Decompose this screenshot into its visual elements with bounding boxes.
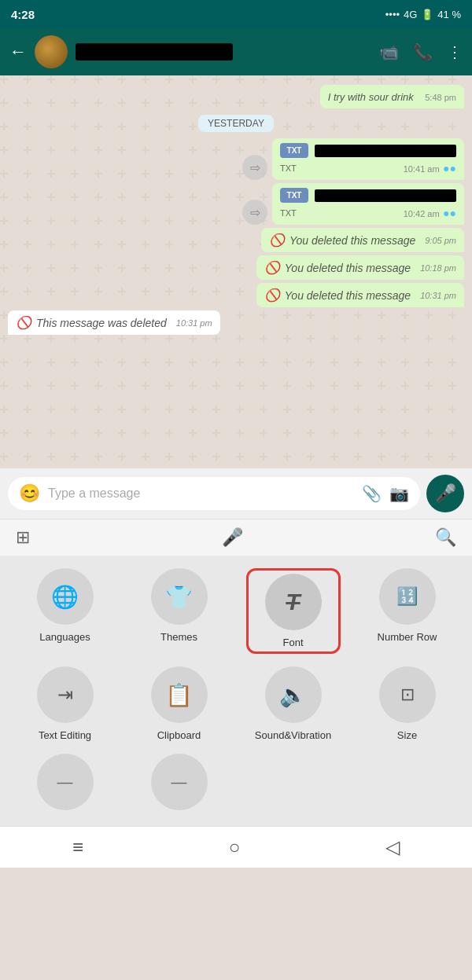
bubble-file1: TXT TXT 10:41 am ●● [272,138,464,180]
keyboard-toolbar: ⊞ 🎤 🔍 [0,519,472,556]
themes-label: Themes [160,631,197,643]
text-editing-label: Text Editing [39,729,91,741]
bubble-deleted3: 🚫 You deleted this message 10:31 pm [256,283,464,307]
mic-icon: 🎤 [435,483,456,504]
grid-item-clipboard[interactable]: 📋 Clipboard [132,666,227,741]
deleted-msg-recv: 🚫 This message was deleted 10:31 pm [16,315,212,330]
grid-item-themes[interactable]: 👕 Themes [132,568,227,654]
file-attachment-1: TXT [280,143,456,158]
bubble-deleted1: 🚫 You deleted this message 9:05 pm [261,228,464,252]
bubble-file2: TXT TXT 10:42 am ●● [272,183,464,225]
themes-icon: 👕 [165,584,193,610]
contact-name [76,43,233,61]
msg-time-2: 10:42 am [404,209,440,218]
file-name-bar-1 [315,145,456,157]
font-icon-circle: T [265,574,322,630]
chat-area: I try with sour drink 5:48 pm YESTERDAY … [0,75,472,468]
input-placeholder[interactable]: Type a message [48,486,354,501]
partial-item-spacer1 [246,754,341,810]
number-row-icon: 🔢 [396,586,418,607]
status-icons: •••• 4G 🔋 41 % [385,9,461,20]
keyboard-grid-icon[interactable]: ⊞ [16,527,30,548]
partial-item-b[interactable]: — [132,754,227,810]
message-input-box[interactable]: 😊 Type a message 📎 📷 [8,477,420,510]
text-editing-icon-circle: ⇥ [37,666,94,723]
languages-icon-circle: 🌐 [37,568,94,625]
keyboard-search-icon[interactable]: 🔍 [435,527,456,548]
deleted-msg-2: 🚫 You deleted this message 10:18 pm [264,260,456,275]
languages-label: Languages [39,631,90,643]
camera-icon[interactable]: 📷 [389,484,409,503]
keyboard-grid-row1: 🌐 Languages 👕 Themes T Font 🔢 Number Row [8,568,464,654]
menu-icon[interactable]: ⋮ [447,42,463,61]
size-label: Size [397,729,417,741]
partial-icon-a: — [37,754,94,810]
nav-home-icon[interactable]: ○ [229,836,241,858]
emoji-icon[interactable]: 😊 [19,483,40,504]
msg-row-deleted1: 🚫 You deleted this message 9:05 pm [8,228,464,252]
video-call-icon[interactable]: 📹 [379,42,399,61]
mic-button[interactable]: 🎤 [426,475,464,512]
sound-vibration-icon-circle: 🔈 [265,666,322,723]
keyboard-grid-row2: ⇥ Text Editing 📋 Clipboard 🔈 Sound&Vibra… [8,666,464,741]
file-icon-2: TXT [280,188,308,203]
file-attachment-2: TXT [280,188,456,203]
file-icon-1: TXT [280,143,308,158]
bubble-deleted2: 🚫 You deleted this message 10:18 pm [256,255,464,280]
keyboard-grid-partial-row: — — [8,754,464,813]
clipboard-icon: 📋 [165,682,193,708]
deleted-time-recv: 10:31 pm [176,318,212,328]
grid-item-size[interactable]: ⊡ Size [360,666,455,741]
deleted-time-2: 10:18 pm [420,263,456,273]
clipboard-label: Clipboard [157,729,201,741]
number-row-icon-circle: 🔢 [379,568,436,625]
msg-row-file1: ⇨ TXT TXT 10:41 am ●● [8,138,464,180]
deleted-msg-3: 🚫 You deleted this message 10:31 pm [264,288,456,303]
battery-label: 41 % [437,9,461,20]
avatar[interactable] [35,35,68,68]
keyboard-mic-icon[interactable]: 🎤 [222,527,243,548]
header-actions: 📹 📞 ⋮ [379,42,463,61]
file-type-2: TXT [280,208,297,218]
back-button[interactable]: ← [9,42,27,62]
bubble-deleted-recv: 🚫 This message was deleted 10:31 pm [8,310,220,335]
attach-icon[interactable]: 📎 [362,484,382,503]
nav-back-icon[interactable]: ◁ [385,836,400,858]
grid-item-number-row[interactable]: 🔢 Number Row [360,568,455,654]
grid-item-font[interactable]: T Font [246,568,341,654]
grid-item-sound-vibration[interactable]: 🔈 Sound&Vibration [246,666,341,741]
msg-meta-1: TXT 10:41 am ●● [280,161,456,175]
partial-icon-b: — [151,754,208,810]
nav-menu-icon[interactable]: ≡ [72,836,83,858]
chat-header: ← 📹 📞 ⋮ [0,28,472,75]
text-editing-icon: ⇥ [57,684,73,706]
msg-row-deleted-recv: 🚫 This message was deleted 10:31 pm [8,310,464,335]
file-name-bar-2 [315,189,456,202]
read-ticks-2: ●● [443,207,456,219]
nav-bar: ≡ ○ ◁ [0,826,472,868]
status-bar: 4:28 •••• 4G 🔋 41 % [0,0,472,28]
partial-item-a[interactable]: — [18,754,112,810]
font-icon: T [286,589,300,615]
status-time: 4:28 [11,8,35,21]
deleted-time-3: 10:31 pm [420,291,456,300]
bubble-partial: I try with sour drink 5:48 pm [320,85,464,108]
themes-icon-circle: 👕 [151,568,208,625]
battery-icon: 🔋 [421,9,433,20]
msg-row-deleted2: 🚫 You deleted this message 10:18 pm [8,255,464,280]
msg-row-deleted3: 🚫 You deleted this message 10:31 pm [8,283,464,307]
sound-vibration-label: Sound&Vibration [255,729,331,741]
grid-item-languages[interactable]: 🌐 Languages [18,568,112,654]
network-label: 4G [404,9,417,20]
msg-row-partial: I try with sour drink 5:48 pm [8,85,464,108]
phone-icon[interactable]: 📞 [413,42,433,61]
languages-icon: 🌐 [51,584,79,610]
deleted-msg-1: 🚫 You deleted this message 9:05 pm [269,233,456,248]
file-type-1: TXT [280,163,297,173]
grid-item-text-editing[interactable]: ⇥ Text Editing [18,666,112,741]
read-ticks-1: ●● [443,162,456,174]
sound-vibration-icon: 🔈 [279,682,307,708]
size-icon: ⊡ [400,685,415,705]
input-area: 😊 Type a message 📎 📷 🎤 [0,468,472,519]
date-bubble: YESTERDAY [8,115,464,132]
